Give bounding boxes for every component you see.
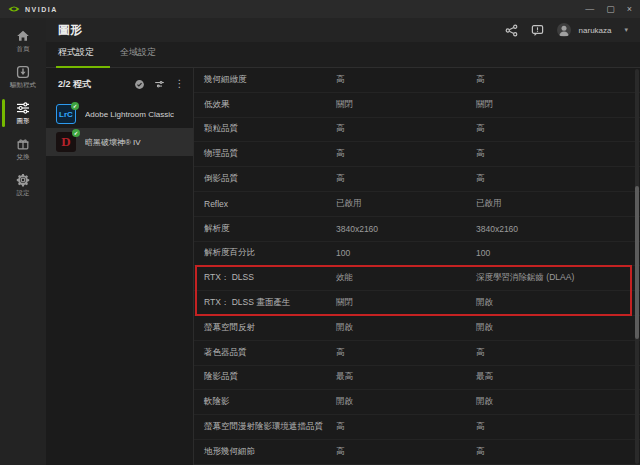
- program-value: 關閉: [336, 297, 476, 309]
- program-count-label: 2/2 程式: [58, 78, 91, 91]
- window-controls: — ▢ ×: [585, 5, 632, 14]
- setting-row-7[interactable]: 解析度百分比100100: [194, 242, 640, 267]
- filter-icon[interactable]: [154, 79, 165, 90]
- global-value: 已啟用: [476, 198, 640, 210]
- setting-row-2[interactable]: 顆粒品質高高: [194, 118, 640, 143]
- program-item-1[interactable]: D✓暗黑破壞神® IV: [46, 128, 193, 156]
- setting-row-5[interactable]: Reflex已啟用已啟用: [194, 192, 640, 217]
- program-item-0[interactable]: LrC✓Adobe Lightroom Classic: [46, 100, 193, 128]
- setting-row-9[interactable]: RTX： DLSS 畫面產生關閉開啟: [194, 291, 640, 316]
- sidebar-item-label: 兌換: [17, 153, 30, 162]
- setting-name: 解析度: [204, 223, 336, 235]
- setting-name: 物理品質: [204, 148, 336, 160]
- global-value: 最高: [476, 371, 640, 383]
- global-value: 高: [476, 148, 640, 160]
- setting-row-13[interactable]: 軟陰影開啟開啟: [194, 390, 640, 415]
- global-value: 高: [476, 347, 640, 359]
- program-value: 關閉: [336, 99, 476, 111]
- sidebar-item-1[interactable]: 驅動程式: [0, 59, 46, 95]
- program-value: 高: [336, 421, 476, 433]
- program-list-header: 2/2 程式 ⋮: [46, 68, 193, 100]
- page-title: 圖形: [58, 22, 82, 39]
- setting-row-4[interactable]: 倒影品質高高: [194, 167, 640, 192]
- setting-name: 軟陰影: [204, 396, 336, 408]
- global-value: 高: [476, 446, 640, 458]
- nvidia-eye-logo-icon: [8, 3, 20, 15]
- chevron-down-icon[interactable]: ▾: [624, 26, 628, 34]
- setting-name: 地形幾何細節: [204, 446, 336, 458]
- sidebar-item-4[interactable]: 設定: [0, 167, 46, 203]
- setting-name: 倒影品質: [204, 173, 336, 185]
- program-value: 高: [336, 446, 476, 458]
- tab-program-settings[interactable]: 程式設定: [58, 46, 94, 67]
- global-value: 3840x2160: [476, 224, 640, 234]
- setting-row-8[interactable]: RTX： DLSS效能深度學習消除鋸齒 (DLAA): [194, 266, 640, 291]
- global-value: 高: [476, 421, 640, 433]
- program-list-toolbar: ⋮: [134, 79, 185, 90]
- setting-name: 顆粒品質: [204, 123, 336, 135]
- global-value: 開啟: [476, 297, 640, 309]
- scrollbar[interactable]: [635, 69, 639, 464]
- setting-row-6[interactable]: 解析度3840x21603840x2160: [194, 217, 640, 242]
- program-value: 效能: [336, 272, 476, 284]
- setting-name: Reflex: [204, 199, 336, 209]
- program-value: 高: [336, 347, 476, 359]
- program-value: 100: [336, 248, 476, 258]
- sidebar-item-3[interactable]: 兌換: [0, 131, 46, 167]
- setting-row-1[interactable]: 低效果關閉關閉: [194, 93, 640, 118]
- global-value: 開啟: [476, 322, 640, 334]
- setting-name: 幾何細緻度: [204, 74, 336, 86]
- sidebar-item-label: 驅動程式: [10, 81, 36, 90]
- setting-name: 螢幕空間漫射陰影環境遮擋品質: [204, 421, 336, 433]
- global-value: 高: [476, 173, 640, 185]
- program-value: 3840x2160: [336, 224, 476, 234]
- setting-name: 解析度百分比: [204, 247, 336, 259]
- optimized-check-badge-icon: ✓: [72, 129, 80, 137]
- program-value: 高: [336, 123, 476, 135]
- tab-global-settings[interactable]: 全域設定: [120, 46, 156, 67]
- settings-tabbar: 程式設定 全域設定: [46, 42, 640, 68]
- username[interactable]: narukaza: [579, 26, 612, 35]
- minimize-button[interactable]: —: [585, 5, 594, 14]
- share-icon[interactable]: [505, 24, 518, 37]
- setting-row-14[interactable]: 螢幕空間漫射陰影環境遮擋品質高高: [194, 415, 640, 440]
- setting-row-11[interactable]: 著色器品質高高: [194, 341, 640, 366]
- program-list-panel: 2/2 程式 ⋮: [46, 68, 194, 465]
- setting-row-0[interactable]: 幾何細緻度高高: [194, 68, 640, 93]
- setting-row-10[interactable]: 螢幕空間反射開啟開啟: [194, 316, 640, 341]
- program-value: 最高: [336, 371, 476, 383]
- settings-table: 幾何細緻度高高低效果關閉關閉顆粒品質高高物理品質高高倒影品質高高Reflex已啟…: [194, 68, 640, 465]
- nav-sidebar: 首頁驅動程式圖形兌換設定: [0, 18, 46, 465]
- kebab-menu-icon[interactable]: ⋮: [174, 79, 185, 90]
- close-button[interactable]: ×: [627, 5, 632, 14]
- global-value: 100: [476, 248, 640, 258]
- program-name: 暗黑破壞神® IV: [85, 137, 141, 148]
- user-avatar[interactable]: [557, 23, 571, 37]
- sidebar-item-2[interactable]: 圖形: [0, 95, 46, 131]
- program-value: 開啟: [336, 322, 476, 334]
- global-value: 深度學習消除鋸齒 (DLAA): [476, 272, 640, 284]
- program-value: 開啟: [336, 396, 476, 408]
- setting-name: RTX： DLSS: [204, 272, 336, 284]
- diablo-app-icon: D✓: [56, 132, 76, 152]
- setting-name: 著色器品質: [204, 347, 336, 359]
- setting-name: 低效果: [204, 99, 336, 111]
- global-value: 高: [476, 74, 640, 86]
- setting-row-12[interactable]: 陰影品質最高最高: [194, 366, 640, 391]
- program-value: 高: [336, 148, 476, 160]
- global-value: 高: [476, 123, 640, 135]
- sidebar-item-label: 設定: [17, 189, 30, 198]
- app-name: NVIDIA: [25, 6, 58, 13]
- scrollbar-thumb[interactable]: [635, 186, 639, 339]
- program-value: 高: [336, 74, 476, 86]
- maximize-button[interactable]: ▢: [606, 5, 615, 14]
- setting-row-3[interactable]: 物理品質高高: [194, 142, 640, 167]
- global-value: 關閉: [476, 99, 640, 111]
- check-circle-icon[interactable]: [134, 79, 145, 90]
- settings-icon: [16, 173, 30, 187]
- program-list: LrC✓Adobe Lightroom ClassicD✓暗黑破壞神® IV: [46, 100, 193, 156]
- program-name: Adobe Lightroom Classic: [85, 110, 174, 119]
- sidebar-item-0[interactable]: 首頁: [0, 23, 46, 59]
- feedback-icon[interactable]: [531, 24, 544, 37]
- setting-row-15[interactable]: 地形幾何細節高高: [194, 440, 640, 465]
